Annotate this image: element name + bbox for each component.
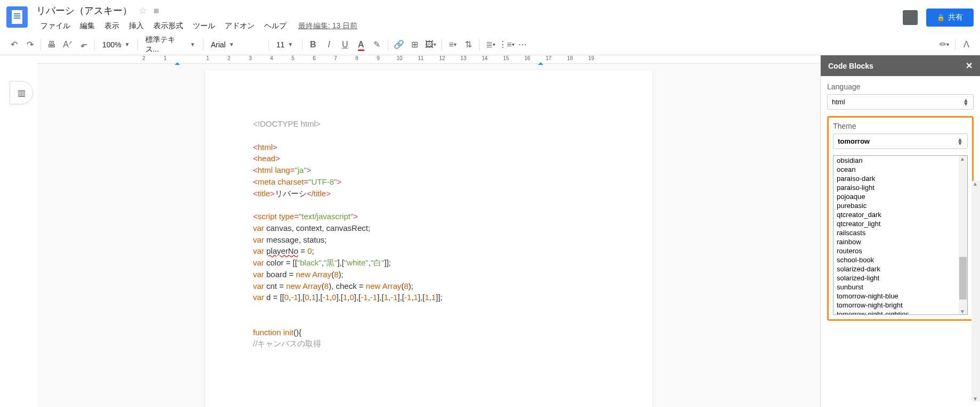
ruler-number: 5 bbox=[282, 55, 304, 61]
theme-option[interactable]: tomorrow-night-bright bbox=[834, 301, 967, 310]
outline-toggle-button[interactable]: ▥ bbox=[10, 81, 33, 104]
menu-addons[interactable]: アドオン bbox=[220, 19, 259, 33]
ruler-number: 11 bbox=[410, 55, 431, 61]
select-arrows-icon: ▲▼ bbox=[963, 98, 969, 105]
ruler-number: 8 bbox=[346, 55, 368, 61]
menu-tools[interactable]: ツール bbox=[189, 19, 219, 33]
ruler-number: 6 bbox=[304, 55, 325, 61]
right-indent-marker[interactable] bbox=[538, 60, 543, 65]
collapse-toolbar-button[interactable]: ᐱ bbox=[959, 37, 974, 52]
ruler-number: 16 bbox=[517, 55, 538, 61]
menu-format[interactable]: 表示形式 bbox=[149, 19, 187, 33]
theme-option[interactable]: paraiso-dark bbox=[834, 174, 967, 183]
theme-option[interactable]: pojoaque bbox=[834, 192, 967, 201]
share-label: 共有 bbox=[948, 13, 963, 22]
bold-button[interactable]: B bbox=[306, 37, 321, 52]
app-header: リバーシ（アスキー） ☆ ■ ファイル 編集 表示 挿入 表示形式 ツール アド… bbox=[0, 0, 980, 34]
insert-image-button[interactable]: 🖼▾ bbox=[423, 37, 438, 52]
language-select[interactable]: html ▲▼ bbox=[827, 94, 974, 110]
menu-file[interactable]: ファイル bbox=[36, 19, 75, 33]
insert-comment-button[interactable]: ⊞ bbox=[407, 37, 422, 52]
bulleted-list-button[interactable]: ⋮≡▾ bbox=[499, 37, 514, 52]
page[interactable]: <!DOCTYPE html> <html> <head> <html lang… bbox=[205, 70, 652, 407]
theme-option[interactable]: qtcreator_dark bbox=[834, 210, 967, 219]
select-arrows-icon: ▲▼ bbox=[957, 138, 963, 145]
theme-select[interactable]: tomorrow ▲▼ bbox=[833, 134, 968, 149]
align-button[interactable]: ≡▾ bbox=[445, 37, 460, 52]
numbered-list-button[interactable]: ≣▾ bbox=[483, 37, 498, 52]
ruler-number: 19 bbox=[581, 55, 602, 61]
ruler-number: 2 bbox=[218, 55, 240, 61]
sidebar-close-button[interactable]: ✕ bbox=[966, 61, 973, 71]
text-color-button[interactable]: A bbox=[354, 37, 369, 52]
document-title[interactable]: リバーシ（アスキー） bbox=[36, 4, 132, 17]
font-select[interactable]: Arial▼ bbox=[207, 37, 265, 52]
theme-option[interactable]: school-book bbox=[834, 255, 967, 264]
document-canvas[interactable]: 2112345678910111213141516171819 <!DOCTYP… bbox=[37, 55, 820, 407]
horizontal-ruler[interactable]: 2112345678910111213141516171819 bbox=[37, 55, 820, 64]
menu-insert[interactable]: 挿入 bbox=[125, 19, 148, 33]
line-spacing-button[interactable]: ⇅ bbox=[461, 37, 476, 52]
theme-option[interactable]: ocean bbox=[834, 165, 967, 174]
ruler-number: 10 bbox=[389, 55, 410, 61]
theme-listbox[interactable]: obsidianoceanparaiso-darkparaiso-lightpo… bbox=[833, 155, 968, 315]
more-button[interactable]: ⋯ bbox=[515, 37, 530, 52]
theme-option[interactable]: routeros bbox=[834, 246, 967, 255]
menu-help[interactable]: ヘルプ bbox=[260, 19, 291, 33]
print-button[interactable]: 🖶 bbox=[44, 37, 59, 52]
left-indent-marker[interactable] bbox=[175, 60, 180, 65]
scrollbar-thumb[interactable] bbox=[959, 257, 967, 300]
editing-mode-button[interactable]: ✎▾ bbox=[937, 37, 952, 52]
theme-option[interactable]: rainbow bbox=[834, 237, 967, 246]
ruler-number: 14 bbox=[474, 55, 495, 61]
fontsize-select[interactable]: 11▼ bbox=[272, 37, 299, 52]
ruler-number: 1 bbox=[197, 55, 218, 61]
ruler-number: 1 bbox=[154, 55, 176, 61]
theme-option[interactable]: obsidian bbox=[834, 156, 967, 165]
theme-option[interactable]: solarized-dark bbox=[834, 264, 967, 273]
italic-button[interactable]: I bbox=[322, 37, 337, 52]
theme-option[interactable]: solarized-light bbox=[834, 273, 967, 283]
toolbar: ↶ ↷ 🖶 Aᐟ ⬐ 100%▼ 標準テキス...▼ Arial▼ 11▼ B … bbox=[0, 34, 980, 55]
sidebar-scrollbar[interactable] bbox=[971, 181, 980, 402]
zoom-select[interactable]: 100%▼ bbox=[98, 37, 134, 52]
theme-option[interactable]: tomorrow-night-blue bbox=[834, 292, 967, 301]
code-content[interactable]: <!DOCTYPE html> <html> <head> <html lang… bbox=[253, 118, 605, 350]
menu-edit[interactable]: 編集 bbox=[76, 19, 99, 33]
docs-logo[interactable] bbox=[6, 6, 28, 28]
listbox-scrollbar[interactable] bbox=[959, 156, 967, 314]
theme-option[interactable]: paraiso-light bbox=[834, 183, 967, 192]
menu-view[interactable]: 表示 bbox=[100, 19, 124, 33]
ruler-number: 13 bbox=[453, 55, 474, 61]
theme-option[interactable]: tomorrow-night-eighties bbox=[834, 310, 967, 315]
theme-option[interactable]: qtcreator_light bbox=[834, 219, 967, 228]
language-label: Language bbox=[827, 82, 974, 91]
ruler-number: 9 bbox=[368, 55, 389, 61]
theme-option[interactable]: sunburst bbox=[834, 283, 967, 292]
theme-label: Theme bbox=[833, 122, 968, 130]
folder-icon[interactable]: ■ bbox=[153, 5, 159, 16]
theme-option[interactable]: railscasts bbox=[834, 228, 967, 237]
ruler-number: 4 bbox=[261, 55, 282, 61]
ruler-number: 7 bbox=[325, 55, 346, 61]
comments-icon[interactable] bbox=[903, 10, 918, 25]
spellcheck-button[interactable]: Aᐟ bbox=[60, 37, 75, 52]
insert-link-button[interactable]: 🔗 bbox=[391, 37, 406, 52]
theme-option[interactable]: purebasic bbox=[834, 201, 967, 210]
ruler-number: 15 bbox=[495, 55, 517, 61]
last-edit-link[interactable]: 最終編集: 13 日前 bbox=[298, 21, 357, 31]
ruler-number: 18 bbox=[559, 55, 581, 61]
ruler-number: 3 bbox=[240, 55, 261, 61]
sidebar-title: Code Blocks bbox=[828, 62, 873, 70]
underline-button[interactable]: U bbox=[338, 37, 353, 52]
share-button[interactable]: 🔒 共有 bbox=[926, 9, 974, 27]
code-blocks-sidebar: Code Blocks ✕ Language html ▲▼ Theme tom… bbox=[820, 55, 980, 407]
paint-format-button[interactable]: ⬐ bbox=[76, 37, 91, 52]
styles-select[interactable]: 標準テキス...▼ bbox=[141, 37, 200, 52]
undo-button[interactable]: ↶ bbox=[6, 37, 21, 52]
star-icon[interactable]: ☆ bbox=[138, 5, 147, 16]
ruler-number: 12 bbox=[431, 55, 453, 61]
theme-group-highlight: Theme tomorrow ▲▼ obsidianoceanparaiso-d… bbox=[827, 116, 974, 321]
redo-button[interactable]: ↷ bbox=[22, 37, 37, 52]
highlight-button[interactable]: ✎ bbox=[370, 37, 385, 52]
